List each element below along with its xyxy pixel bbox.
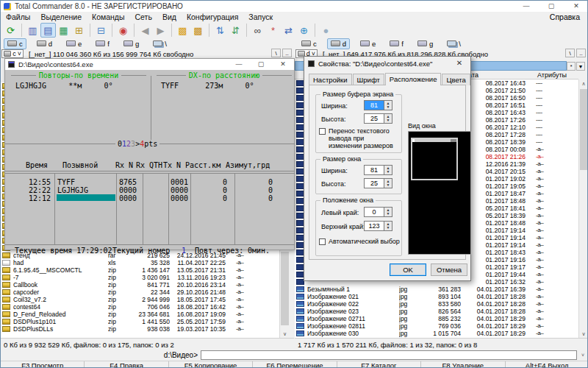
network-icon[interactable]: ⊕ <box>296 23 312 38</box>
console-title-bar[interactable]: D:\Видео\contest64.exe — ▢ ✕ <box>5 59 294 70</box>
view-brief-icon[interactable]: ▥ <box>25 23 40 38</box>
spinner[interactable]: ▲▼ <box>384 221 392 231</box>
drive-combo-left[interactable]: c ˅ <box>1 49 24 58</box>
drive-button-g[interactable]: g <box>120 38 143 49</box>
scroll-up-icon[interactable]: ∧ <box>579 79 588 88</box>
fn-button[interactable]: F6 Перемещение <box>252 361 336 368</box>
multi-rename-icon[interactable]: * <box>265 23 281 38</box>
file-row[interactable]: capcoderzip22 34429.10.2016 21:48-a-- <box>1 289 279 296</box>
menu-item-help[interactable]: Справка <box>550 12 580 22</box>
file-row[interactable]: Изображение 022jpg833 58004.01.2017 18:2… <box>295 300 578 308</box>
spinner-down-icon[interactable]: ▼ <box>387 226 390 230</box>
help-icon[interactable]: ● <box>318 23 334 38</box>
wrap-output-checkbox[interactable] <box>319 128 326 135</box>
header-attr[interactable]: Атрибуты <box>537 71 567 79</box>
drive-button-g[interactable]: g <box>414 38 437 49</box>
file-row[interactable]: 6.1.95.45__MSCOMCTLzip1 436 14713.05.201… <box>1 266 279 274</box>
right-panel-scrollbar[interactable]: ∧ ∨ <box>578 79 588 338</box>
history-button[interactable]: ▼ <box>576 62 585 71</box>
compare-dirs-icon[interactable]: ⊞ <box>71 23 87 38</box>
fn-button[interactable]: F7 Каталог <box>337 361 420 368</box>
branch-view-icon[interactable]: ▩ <box>175 23 190 38</box>
drive-button-f[interactable]: f <box>92 38 113 49</box>
favorites-button[interactable]: * <box>567 62 576 71</box>
drive-button-\[interactable]: \ <box>443 38 465 49</box>
minimize-button[interactable]: — <box>228 59 250 70</box>
tab-settings[interactable]: Настройки <box>309 74 352 85</box>
buffer-height-input[interactable]: 25 <box>364 113 384 124</box>
forward-icon[interactable]: ▶ <box>153 23 168 38</box>
window-height-input[interactable]: 25 <box>364 178 384 188</box>
scroll-down-icon[interactable]: ∨ <box>280 330 290 338</box>
drive-button-e[interactable]: e <box>62 38 85 49</box>
close-button[interactable]: ✕ <box>564 1 588 12</box>
spinner-down-icon[interactable]: ▼ <box>387 183 390 187</box>
fn-button[interactable]: F3 Просмотр <box>1 361 84 368</box>
tab-colors[interactable]: Цвета <box>442 74 470 85</box>
close-icon[interactable]: ✕ <box>448 57 470 70</box>
fn-button[interactable]: Alt+F4 Выход <box>505 361 588 368</box>
left-edge-input[interactable]: 0 <box>364 207 384 217</box>
spinner[interactable]: ▲▼ <box>384 165 392 175</box>
cancel-button[interactable]: Отмена <box>431 263 467 276</box>
drive-button-\[interactable]: \ <box>149 38 171 49</box>
maximize-button[interactable]: ▢ <box>539 1 564 12</box>
dialog-title-bar[interactable]: Свойства: "D:\Видео\contest64.exe" <box>304 57 470 70</box>
sync-dirs-icon[interactable]: ⇄ <box>281 23 296 38</box>
tab-layout[interactable]: Расположение <box>385 73 442 85</box>
close-button[interactable]: ✕ <box>272 59 294 70</box>
parent-dir-button[interactable]: .. <box>282 49 292 57</box>
scrollbar-thumb[interactable] <box>281 252 289 325</box>
parent-dir-button[interactable]: .. <box>576 49 586 57</box>
drive-button-d[interactable]: d <box>327 38 350 49</box>
file-row[interactable]: Изображение 02811jpg769 03604.01.2017 18… <box>295 322 578 330</box>
file-row[interactable]: Изображение 023jpg826 56404.01.2017 18:2… <box>295 308 578 315</box>
spinner-down-icon[interactable]: ▼ <box>387 212 390 216</box>
menu-item[interactable]: Вид <box>157 13 182 21</box>
spinner-down-icon[interactable]: ▼ <box>387 170 390 174</box>
buffer-width-input[interactable]: 81 <box>364 100 384 110</box>
maximize-button[interactable]: ▢ <box>250 59 272 70</box>
menu-item[interactable]: Команды <box>87 13 130 21</box>
search-binoculars-icon[interactable]: ∞ <box>250 23 265 38</box>
fn-button[interactable]: F4 Правка <box>84 361 168 368</box>
file-row[interactable]: D_Fend_Reloadedzip23 364 68116.08.2017 1… <box>1 311 279 318</box>
spinner[interactable]: ▲▼ <box>384 178 392 188</box>
root-dir-button[interactable]: \ <box>565 49 575 57</box>
menu-item[interactable]: Запуск <box>243 13 278 21</box>
menu-item[interactable]: Файлы <box>1 13 35 21</box>
file-row[interactable]: -7zip3 020 09113.11.2016 19:23-a-- <box>1 274 279 281</box>
dir-tree-icon[interactable]: ⊟ <box>93 23 109 38</box>
file-row[interactable]: DSDPlusDLLszip938 03819.03.2017 10:35-a-… <box>1 325 279 333</box>
ok-button[interactable]: OK <box>390 263 426 276</box>
drive-button-f[interactable]: f <box>386 38 407 49</box>
target-icon[interactable]: ◉ <box>115 23 131 38</box>
file-row[interactable]: Coil32_v7.2zip2 944 99918.05.2017 17:45-… <box>1 296 279 303</box>
root-dir-button[interactable]: \ <box>271 49 281 57</box>
fn-button[interactable]: F5 Копирование <box>168 361 252 368</box>
drive-button-c[interactable]: c <box>298 38 320 49</box>
command-input[interactable] <box>201 350 577 360</box>
back-icon[interactable]: ◀ <box>137 23 153 38</box>
window-width-input[interactable]: 81 <box>364 165 384 175</box>
drive-button-d[interactable]: d <box>33 38 56 49</box>
drive-button-c[interactable]: c <box>4 38 26 49</box>
scrollbar-thumb[interactable] <box>580 89 587 170</box>
minimize-button[interactable]: — <box>514 1 539 12</box>
spinner-down-icon[interactable]: ▼ <box>387 118 390 122</box>
file-row[interactable]: Изображение 02711jpg885 23204.01.2017 18… <box>295 315 578 322</box>
fn-button[interactable]: F8 Удаление <box>420 361 504 368</box>
menu-item[interactable]: Выделение <box>35 13 87 21</box>
file-row[interactable]: DSDPlus1p101zip1 441 55025.05.2017 17:59… <box>1 318 279 325</box>
menu-item[interactable]: Конфигурация <box>182 13 243 21</box>
chevron-down-icon[interactable]: ˅ <box>578 351 587 360</box>
file-row[interactable]: contest64zip706 04618.08.2017 16:42-a-- <box>1 303 279 311</box>
file-row[interactable]: Безымянный 1jpg361 28304.01.2017 16:39-a… <box>295 286 578 293</box>
auto-position-checkbox[interactable] <box>319 238 326 245</box>
spinner[interactable]: ▲▼ <box>384 113 392 124</box>
spinner[interactable]: ▲▼ <box>384 100 392 110</box>
tab-font[interactable]: Шрифт <box>353 74 384 85</box>
file-row[interactable]: Изображение 030jpg1 015 70404.01.2017 18… <box>295 330 578 337</box>
spinner-down-icon[interactable]: ▼ <box>387 105 390 109</box>
scroll-down-icon[interactable]: ∨ <box>579 330 588 338</box>
